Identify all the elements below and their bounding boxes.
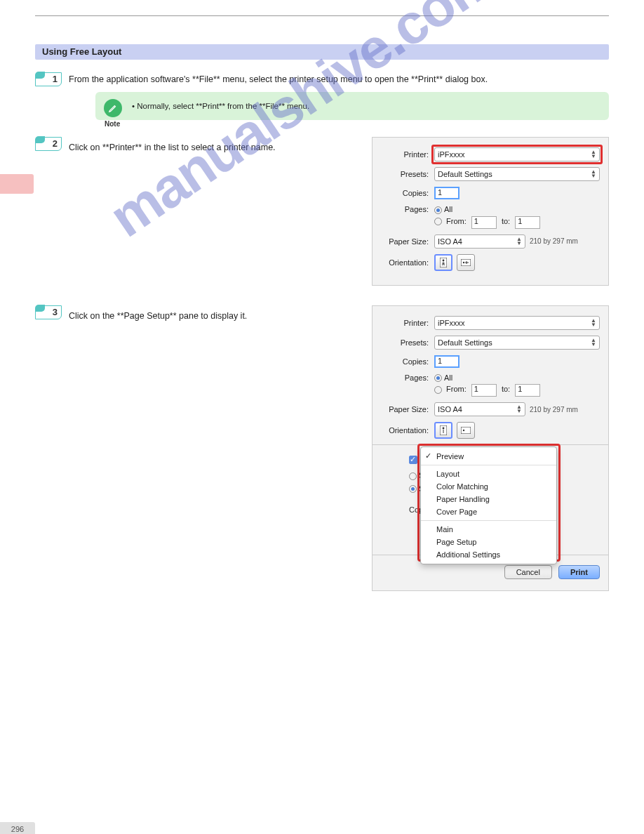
- step-badge-2: 2: [35, 137, 62, 151]
- step-2-text: Click on **Printer** in the list to sele…: [69, 141, 359, 154]
- papersize-note-2: 210 by 297 mm: [530, 406, 578, 413]
- step-1-text: From the application software's **File**…: [69, 72, 609, 86]
- note-label: Note: [105, 120, 120, 128]
- note-text: • Normally, select **Print** from the **…: [132, 102, 598, 110]
- menu-item-paperhandling[interactable]: Paper Handling: [421, 493, 556, 505]
- papersize-label: Paper Size:: [381, 237, 434, 246]
- presets-select-2[interactable]: Default Settings▲▼: [434, 336, 600, 350]
- pages-to-label-2: to:: [502, 385, 510, 393]
- printer-label-2: Printer:: [381, 319, 434, 327]
- papersize-label-2: Paper Size:: [381, 405, 434, 413]
- orientation-landscape-button-2[interactable]: [457, 422, 475, 439]
- printer-label: Printer:: [381, 150, 434, 159]
- orientation-landscape-button[interactable]: [457, 254, 475, 271]
- pages-from-radio-2[interactable]: [434, 386, 442, 394]
- menu-item-colormatching[interactable]: Color Matching: [421, 480, 556, 493]
- presets-select[interactable]: Default Settings▲▼: [434, 167, 600, 181]
- papersize-note: 210 by 297 mm: [530, 237, 578, 245]
- orientation-portrait-button-2[interactable]: [434, 422, 452, 439]
- note-box: Note • Normally, select **Print** from t…: [95, 92, 609, 120]
- print-button[interactable]: Print: [558, 565, 600, 579]
- pages-to-label: to:: [502, 217, 510, 225]
- svg-rect-6: [461, 427, 471, 434]
- step-3-text: Click on the **Page Setup** pane to disp…: [69, 310, 359, 322]
- pages-all-label: All: [444, 205, 452, 213]
- menu-item-additional[interactable]: Additional Settings: [421, 548, 556, 561]
- pages-from-input-2[interactable]: 1: [471, 384, 497, 397]
- scale-radio-1[interactable]: [409, 472, 417, 480]
- papersize-select[interactable]: ISO A4▲▼: [434, 234, 525, 249]
- scale-radio-2[interactable]: [409, 485, 417, 493]
- pages-from-label-2: From:: [446, 385, 467, 393]
- presets-label: Presets:: [381, 170, 434, 178]
- presets-label-2: Presets:: [381, 338, 434, 347]
- svg-point-3: [463, 261, 464, 263]
- copies-input[interactable]: 1: [434, 187, 459, 199]
- auto-rotate-checkbox[interactable]: [409, 456, 417, 464]
- printer-select[interactable]: iPFxxxx▲▼: [434, 147, 600, 161]
- pages-to-input-2[interactable]: 1: [515, 384, 540, 397]
- svg-point-5: [443, 428, 445, 430]
- svg-point-1: [443, 259, 445, 261]
- menu-item-main[interactable]: Main: [421, 523, 556, 536]
- copies-label-2: Copies:: [381, 357, 434, 366]
- pages-all-radio[interactable]: [434, 206, 442, 214]
- top-rule: [35, 15, 609, 16]
- svg-point-7: [463, 430, 464, 431]
- pages-from-input[interactable]: 1: [471, 216, 497, 229]
- pages-label-2: Pages:: [381, 373, 434, 382]
- cancel-button[interactable]: Cancel: [504, 565, 552, 579]
- menu-item-coverpage[interactable]: Cover Page: [421, 505, 556, 518]
- orientation-portrait-button[interactable]: [434, 254, 452, 271]
- papersize-select-2[interactable]: ISO A4▲▼: [434, 402, 525, 416]
- copies-label: Copies:: [381, 189, 434, 197]
- pages-label: Pages:: [381, 205, 434, 213]
- pencil-icon: [104, 99, 122, 117]
- orientation-label: Orientation:: [381, 258, 434, 267]
- copies-input-2[interactable]: 1: [434, 355, 459, 368]
- print-dialog-2: Printer: iPFxxxx▲▼ Presets: Default Sett…: [372, 305, 609, 592]
- pages-to-input[interactable]: 1: [515, 216, 540, 229]
- step-badge-3: 3: [35, 305, 62, 319]
- printer-select-2[interactable]: iPFxxxx▲▼: [434, 316, 600, 330]
- pages-from-radio[interactable]: [434, 218, 442, 225]
- print-dialog-1: Printer: iPFxxxx▲▼ Presets: Default Sett…: [372, 137, 609, 286]
- step-badge-1: 1: [35, 72, 62, 86]
- menu-item-pagesetup[interactable]: Page Setup: [421, 536, 556, 548]
- section-title: Using Free Layout: [35, 44, 609, 60]
- menu-item-preview[interactable]: Preview: [421, 450, 556, 463]
- pages-all-label-2: All: [444, 373, 452, 382]
- orientation-label-2: Orientation:: [381, 426, 434, 435]
- pages-all-radio-2[interactable]: [434, 374, 442, 382]
- menu-item-layout[interactable]: Layout: [421, 468, 556, 480]
- pages-from-label: From:: [446, 217, 467, 225]
- pane-menu[interactable]: Preview Layout Color Matching Paper Hand…: [420, 446, 557, 564]
